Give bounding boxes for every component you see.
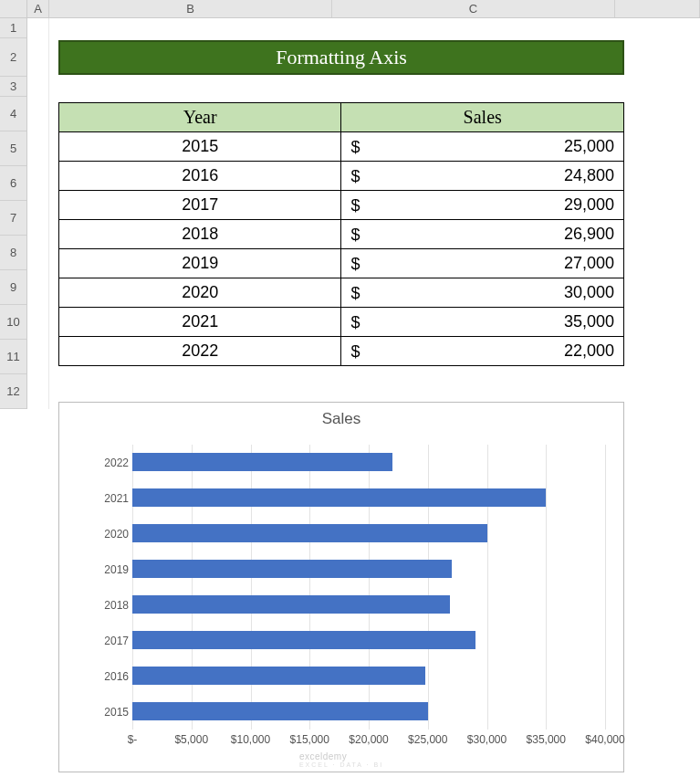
chart-y-tick-label: 2018 xyxy=(92,599,129,612)
cell-sales[interactable]: $22,000 xyxy=(341,337,624,366)
sales-value: 29,000 xyxy=(350,195,614,215)
page-title: Formatting Axis xyxy=(276,46,407,68)
chart-bar-row: 2016 xyxy=(132,658,605,694)
data-table[interactable]: Year Sales 2015$25,0002016$24,8002017$29… xyxy=(58,102,624,366)
currency-symbol: $ xyxy=(350,283,360,302)
sales-value: 25,000 xyxy=(350,137,614,156)
row-header-2[interactable]: 2 xyxy=(0,38,26,77)
sales-value: 22,000 xyxy=(350,341,614,361)
chart-x-tick-label: $15,000 xyxy=(290,733,329,746)
chart-x-tick-label: $25,000 xyxy=(408,733,447,746)
chart-bar-row: 2019 xyxy=(132,551,605,587)
column-headers: A B C xyxy=(0,0,700,18)
chart-x-tick-label: $5,000 xyxy=(174,733,208,746)
cell-year[interactable]: 2022 xyxy=(59,337,341,366)
page-title-banner[interactable]: Formatting Axis xyxy=(58,40,624,75)
chart-bar-row: 2015 xyxy=(132,694,605,730)
chart-y-tick-label: 2017 xyxy=(92,635,129,647)
currency-symbol: $ xyxy=(350,341,360,361)
currency-symbol: $ xyxy=(350,195,360,215)
table-row[interactable]: 2018$26,900 xyxy=(59,220,624,249)
spreadsheet: A B C 1 2 3 4 5 6 7 8 9 10 11 12 Formatt… xyxy=(0,0,700,777)
table-header-row: Year Sales xyxy=(59,103,624,132)
cell-sales[interactable]: $25,000 xyxy=(341,132,624,162)
row-header-11[interactable]: 11 xyxy=(0,340,26,374)
row-header-4[interactable]: 4 xyxy=(0,97,26,131)
chart-bar-row: 2017 xyxy=(132,623,605,658)
row-header-12[interactable]: 12 xyxy=(0,374,26,409)
currency-symbol: $ xyxy=(350,254,360,273)
table-row[interactable]: 2021$35,000 xyxy=(59,308,624,337)
col-header-c[interactable]: C xyxy=(332,0,615,17)
cell-year[interactable]: 2016 xyxy=(59,162,341,191)
col-header-b[interactable]: B xyxy=(49,0,332,17)
cell-year[interactable]: 2015 xyxy=(59,132,341,162)
watermark-sub: EXCEL · DATA · BI xyxy=(299,761,383,768)
currency-symbol: $ xyxy=(350,225,360,244)
row-header-5[interactable]: 5 xyxy=(0,131,26,166)
sales-value: 24,800 xyxy=(350,166,614,185)
cell-sales[interactable]: $30,000 xyxy=(341,278,624,308)
row-header-6[interactable]: 6 xyxy=(0,166,26,201)
chart-bar[interactable] xyxy=(132,667,425,685)
chart-x-axis: $-$5,000$10,000$15,000$20,000$25,000$30,… xyxy=(132,733,605,751)
chart-y-tick-label: 2019 xyxy=(92,563,129,576)
cell-sales[interactable]: $26,900 xyxy=(341,220,624,249)
sales-value: 35,000 xyxy=(350,312,614,331)
chart-bar[interactable] xyxy=(132,560,452,578)
watermark-main: exceldemy xyxy=(299,751,347,761)
cell-year[interactable]: 2020 xyxy=(59,278,341,308)
chart-bar-row: 2021 xyxy=(132,480,605,516)
table-row[interactable]: 2015$25,000 xyxy=(59,132,624,162)
cell-sales[interactable]: $35,000 xyxy=(341,308,624,337)
row-header-8[interactable]: 8 xyxy=(0,236,26,270)
select-all-corner[interactable] xyxy=(0,0,27,17)
chart-x-tick-label: $20,000 xyxy=(349,733,388,746)
chart-container[interactable]: Sales 20222021202020192018201720162015 $… xyxy=(58,402,624,772)
chart-bar[interactable] xyxy=(132,595,450,614)
cell-year[interactable]: 2019 xyxy=(59,249,341,278)
col-a-strip xyxy=(27,18,49,409)
grid-area[interactable]: Formatting Axis Year Sales 2015$25,00020… xyxy=(27,18,700,409)
chart-y-tick-label: 2021 xyxy=(92,492,129,505)
sales-value: 30,000 xyxy=(350,283,614,302)
chart-y-tick-label: 2016 xyxy=(92,670,129,683)
chart-plot-area[interactable]: 20222021202020192018201720162015 xyxy=(132,445,605,730)
chart-x-tick-label: $10,000 xyxy=(231,733,270,746)
row-headers: 1 2 3 4 5 6 7 8 9 10 11 12 xyxy=(0,18,27,409)
row-header-10[interactable]: 10 xyxy=(0,305,26,340)
chart-x-tick-label: $- xyxy=(128,733,138,746)
header-year[interactable]: Year xyxy=(59,103,341,132)
header-sales[interactable]: Sales xyxy=(341,103,624,132)
chart-bar[interactable] xyxy=(132,488,546,507)
watermark: exceldemy EXCEL · DATA · BI xyxy=(299,751,383,768)
chart-bar[interactable] xyxy=(132,631,475,649)
cell-year[interactable]: 2021 xyxy=(59,308,341,337)
table-row[interactable]: 2017$29,000 xyxy=(59,191,624,220)
table-row[interactable]: 2019$27,000 xyxy=(59,249,624,278)
chart-x-tick-label: $35,000 xyxy=(527,733,566,746)
chart-y-tick-label: 2022 xyxy=(92,457,129,469)
currency-symbol: $ xyxy=(350,312,360,331)
chart-bar[interactable] xyxy=(132,524,487,542)
row-header-1[interactable]: 1 xyxy=(0,18,26,38)
chart-bar-row: 2018 xyxy=(132,587,605,623)
row-header-7[interactable]: 7 xyxy=(0,201,26,236)
chart-bar[interactable] xyxy=(132,453,392,471)
sales-value: 26,900 xyxy=(350,225,614,244)
chart-bar[interactable] xyxy=(132,702,428,720)
row-header-9[interactable]: 9 xyxy=(0,270,26,305)
cell-year[interactable]: 2017 xyxy=(59,191,341,220)
row-header-3[interactable]: 3 xyxy=(0,77,26,97)
chart-title: Sales xyxy=(59,410,623,428)
table-row[interactable]: 2016$24,800 xyxy=(59,162,624,191)
cell-sales[interactable]: $27,000 xyxy=(341,249,624,278)
table-row[interactable]: 2022$22,000 xyxy=(59,337,624,366)
chart-x-tick-label: $30,000 xyxy=(467,733,507,746)
col-header-a[interactable]: A xyxy=(27,0,49,17)
cell-sales[interactable]: $24,800 xyxy=(341,162,624,191)
col-header-extra xyxy=(615,0,700,17)
cell-year[interactable]: 2018 xyxy=(59,220,341,249)
cell-sales[interactable]: $29,000 xyxy=(341,191,624,220)
table-row[interactable]: 2020$30,000 xyxy=(59,278,624,308)
